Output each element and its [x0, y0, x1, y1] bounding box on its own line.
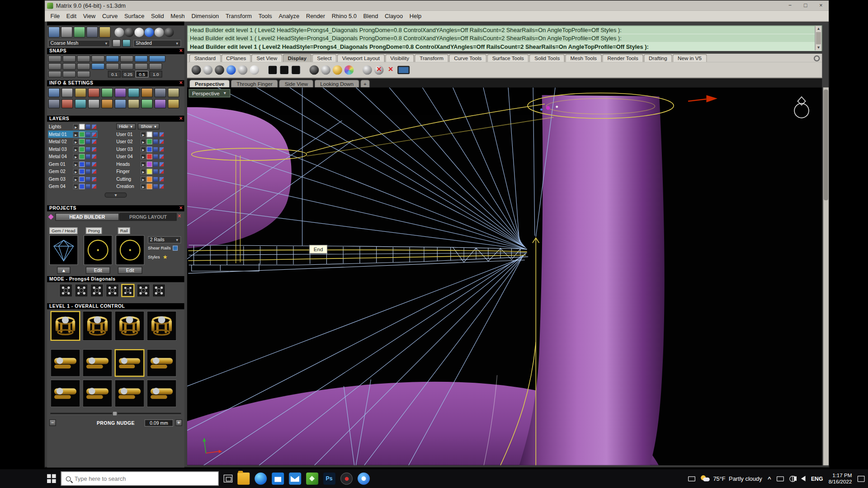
- viewport-tab-perspective[interactable]: Perspective: [189, 80, 230, 87]
- notification-center-icon[interactable]: [858, 475, 865, 481]
- layer-color-chip[interactable]: [146, 131, 152, 137]
- snap-button[interactable]: [62, 55, 75, 62]
- info-icon[interactable]: [48, 99, 60, 108]
- layer-expand-icon[interactable]: ▶: [73, 176, 79, 182]
- weather-widget[interactable]: 75°F Partly cloudy: [701, 475, 762, 482]
- layers-expander[interactable]: ▼: [104, 192, 127, 197]
- menu-blend[interactable]: Blend: [360, 11, 382, 20]
- layer-name[interactable]: Metal 04: [49, 154, 73, 159]
- panel-tool-icon[interactable]: [99, 27, 111, 38]
- snap-button[interactable]: [135, 63, 148, 70]
- info-icon[interactable]: [128, 99, 140, 108]
- photoshop-icon[interactable]: Ps: [323, 473, 335, 485]
- shade-mode-icon[interactable]: [125, 28, 134, 37]
- prong-mode-option[interactable]: [137, 284, 150, 297]
- layer-flag-button[interactable]: [85, 124, 91, 129]
- layer-name[interactable]: User 02: [116, 139, 140, 144]
- layer-name[interactable]: Heads: [116, 161, 140, 167]
- layer-expand-icon[interactable]: ▶: [73, 131, 79, 137]
- viewport-scrollbar[interactable]: [823, 87, 829, 465]
- tab-drafting[interactable]: Drafting: [644, 54, 672, 62]
- layer-flag-button[interactable]: [91, 139, 97, 144]
- tab-surface-tools[interactable]: Surface Tools: [487, 54, 529, 62]
- info-icon[interactable]: [88, 88, 100, 98]
- close-icon[interactable]: ×: [179, 80, 183, 86]
- snap-value-button-active[interactable]: 0.5: [136, 71, 148, 78]
- cup-display-icon[interactable]: [279, 65, 289, 75]
- menu-transform[interactable]: Transform: [222, 11, 255, 20]
- shade-mode-icon[interactable]: [114, 28, 124, 37]
- speaker-icon[interactable]: [801, 476, 806, 481]
- prong-nudge-value[interactable]: 0.09 mm: [145, 419, 174, 427]
- prong-nudge-slider[interactable]: [50, 413, 181, 415]
- menu-analyze[interactable]: Analyze: [275, 11, 302, 20]
- menu-dimension[interactable]: Dimension: [188, 11, 222, 20]
- menu-edit[interactable]: Edit: [63, 11, 80, 20]
- layer-expand-icon[interactable]: ▶: [141, 146, 146, 152]
- layer-flag-button[interactable]: [159, 131, 164, 137]
- scroll-up-icon[interactable]: ▲: [816, 26, 821, 32]
- disable-display-icon[interactable]: ×: [374, 65, 384, 75]
- scrollbar-thumb[interactable]: [816, 32, 821, 44]
- start-button[interactable]: [47, 474, 56, 483]
- layer-name[interactable]: Lights: [49, 124, 73, 129]
- viewport-tab-add[interactable]: +: [360, 80, 370, 87]
- prong-mode-option[interactable]: [59, 284, 72, 297]
- layer-color-chip[interactable]: [79, 139, 85, 144]
- panel-mini-icon[interactable]: [113, 39, 121, 47]
- mail-icon[interactable]: [289, 473, 301, 485]
- layer-name[interactable]: Cutting: [116, 176, 140, 182]
- snap-button[interactable]: [77, 55, 90, 62]
- head-style-option[interactable]: [114, 311, 144, 341]
- snap-value-button[interactable]: 1.0: [150, 71, 162, 78]
- viewport-3d[interactable]: Perspective ▼: [187, 87, 822, 465]
- layer-color-chip[interactable]: [146, 139, 152, 144]
- layer-flag-button[interactable]: [153, 176, 158, 182]
- layer-flag-button[interactable]: [159, 146, 164, 152]
- viewport-title-dropdown[interactable]: Perspective ▼: [189, 89, 230, 97]
- gold-ball-icon[interactable]: [333, 65, 342, 75]
- prong-tool-option[interactable]: [146, 380, 176, 407]
- taskbar-clock[interactable]: 1:17 PM 8/16/2022: [829, 472, 852, 485]
- xray-display-icon[interactable]: [238, 65, 248, 75]
- layer-flag-button[interactable]: [91, 154, 97, 159]
- ortho-button[interactable]: [149, 55, 165, 62]
- layer-expand-icon[interactable]: ▶: [141, 161, 146, 167]
- command-history[interactable]: Head Builder edit level 1 ( Level2 HeadS…: [187, 25, 822, 51]
- layer-flag-button[interactable]: [91, 161, 97, 167]
- tab-select[interactable]: Select: [312, 54, 336, 62]
- layer-flag-button[interactable]: [153, 139, 158, 144]
- info-icon[interactable]: [128, 88, 140, 98]
- star-icon[interactable]: ★: [163, 254, 168, 260]
- layer-flag-button[interactable]: [85, 131, 91, 137]
- prong-tool-option[interactable]: [82, 380, 112, 407]
- info-icon[interactable]: [61, 99, 73, 108]
- info-icon[interactable]: [48, 88, 60, 98]
- slider-thumb[interactable]: [113, 411, 118, 416]
- tab-solid-tools[interactable]: Solid Tools: [529, 54, 565, 62]
- show-layers-button[interactable]: Show▼: [138, 123, 160, 129]
- head-style-option[interactable]: [82, 311, 112, 341]
- menu-view[interactable]: View: [80, 11, 99, 20]
- info-icon[interactable]: [88, 99, 100, 108]
- layer-flag-button[interactable]: [91, 169, 97, 174]
- layer-flag-button[interactable]: [85, 161, 91, 167]
- snap-button[interactable]: [48, 55, 61, 62]
- prong-mode-option[interactable]: [75, 284, 88, 297]
- layer-expand-icon[interactable]: ▶: [141, 176, 146, 182]
- layer-expand-icon[interactable]: ▶: [73, 183, 79, 189]
- layer-flag-button[interactable]: [91, 131, 97, 137]
- rainbow-ball-icon[interactable]: [344, 65, 354, 75]
- ghosted-display-icon[interactable]: [215, 65, 224, 75]
- tab-cplanes[interactable]: CPlanes: [221, 54, 251, 62]
- control-point-blue[interactable]: [540, 108, 542, 111]
- layer-expand-icon[interactable]: ▶: [141, 183, 146, 189]
- minimize-button[interactable]: −: [782, 1, 797, 10]
- snap-button-active[interactable]: [106, 55, 119, 62]
- prong-mode-option-selected[interactable]: [121, 284, 134, 297]
- mesh-quality-dropdown[interactable]: Coarse Mesh ▼: [48, 40, 110, 47]
- panel-mini-icon[interactable]: [123, 39, 131, 47]
- gray-ball-icon[interactable]: [321, 65, 330, 75]
- menu-curve[interactable]: Curve: [99, 11, 121, 20]
- layer-expand-icon[interactable]: ▶: [73, 169, 79, 174]
